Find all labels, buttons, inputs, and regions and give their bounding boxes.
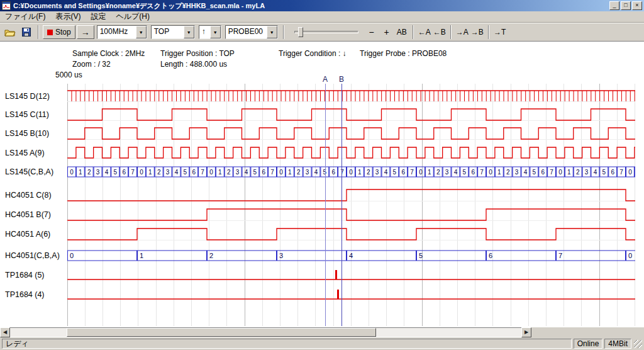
svg-text:3: 3 [166,169,170,176]
svg-text:5: 5 [253,169,257,176]
open-button[interactable] [3,25,18,40]
menu-settings[interactable]: 設定 [86,11,111,23]
svg-text:0: 0 [140,169,143,176]
titlebar: C:¥Documents and Settings¥noname¥デスクトップ¥… [0,0,644,11]
ab-cursor-button[interactable]: AB [395,25,409,40]
svg-text:4: 4 [175,169,179,176]
status-memory: 4MBit [604,339,631,349]
scroll-left-icon[interactable]: ◀ [0,327,10,337]
svg-text:2: 2 [297,169,301,176]
cursor-label-b[interactable]: B [338,75,345,84]
channel-label[interactable]: HC4051(C,B,A) [5,251,60,260]
svg-text:1: 1 [358,169,362,176]
channel-label[interactable]: HC4051 C(8) [5,191,52,200]
run-button[interactable]: → [77,25,94,39]
open-folder-icon [4,28,16,37]
svg-text:2: 2 [436,169,440,176]
channel-label[interactable]: TP1684 (4) [5,290,45,299]
svg-text:6: 6 [541,169,545,176]
svg-text:7: 7 [270,169,274,176]
channel-label[interactable]: LS145 A(9) [5,149,45,157]
chevron-down-icon[interactable]: ▼ [267,26,277,38]
svg-text:4: 4 [384,169,388,176]
svg-text:5: 5 [533,169,536,176]
goto-cursor-a-back-button[interactable]: ←A [418,25,431,40]
svg-text:6: 6 [489,252,492,259]
goto-cursor-b-back-button[interactable]: ←B [433,25,447,40]
cursor-label-a[interactable]: A [322,75,328,84]
channel-label[interactable]: LS145 D(12) [5,92,50,101]
maximize-button[interactable]: □ [621,1,631,10]
svg-text:2: 2 [87,169,91,176]
svg-text:1: 1 [148,169,152,176]
status-online: Online [574,339,603,349]
menu-help[interactable]: ヘルプ(H) [111,11,155,23]
svg-text:4: 4 [454,169,458,176]
trigger-position-value: TOP [152,26,184,38]
stop-icon [47,30,53,35]
waveform-panel: Sample Clock : 2MHz Trigger Position : T… [0,42,644,327]
run-arrow-icon: → [81,27,90,37]
trigger-probe-select[interactable]: PROBE00 ▼ [225,25,278,39]
svg-text:1: 1 [428,169,431,176]
channel-label[interactable]: HC4051 B(7) [5,210,51,219]
svg-text:6: 6 [331,169,335,176]
svg-text:3: 3 [375,169,379,176]
waveform-plot[interactable]: 0123456701234567012345670123456701234567… [67,84,635,326]
svg-text:5: 5 [463,169,467,176]
chevron-down-icon[interactable]: ▼ [210,26,221,38]
menu-file[interactable]: ファイル(F) [0,11,50,23]
svg-text:3: 3 [96,169,100,176]
svg-text:5: 5 [419,252,423,259]
goto-trigger-button[interactable]: →T [493,25,507,40]
svg-text:2: 2 [227,169,231,176]
svg-text:2: 2 [209,252,213,259]
channel-label[interactable]: HC4051 A(6) [5,230,50,239]
zoom-in-button[interactable]: + [380,25,394,40]
svg-text:3: 3 [279,252,283,259]
toolbar-separator [450,25,452,39]
horizontal-scrollbar[interactable]: ◀ ▶ [0,327,531,337]
zoom-slider-track [294,31,358,33]
chevron-down-icon[interactable]: ▼ [184,26,194,38]
menu-view[interactable]: 表示(V) [50,11,86,23]
channel-label[interactable]: LS145 B(10) [5,129,49,138]
scroll-track[interactable] [10,327,521,337]
chevron-down-icon[interactable]: ▼ [136,26,147,38]
svg-text:4: 4 [594,169,597,176]
stop-button[interactable]: Stop [43,25,75,39]
svg-text:0: 0 [628,252,632,259]
zoom-slider[interactable] [291,25,361,40]
svg-text:6: 6 [401,169,405,176]
resize-grip[interactable] [634,340,642,348]
app-icon [2,1,11,10]
sample-clock-value: 100MHz [97,26,136,38]
toolbar-separator [283,25,284,39]
trigger-probe-value: PROBE00 [226,26,267,38]
sample-clock-select[interactable]: 100MHz ▼ [97,25,147,39]
channel-label[interactable]: LS145(C,B,A) [5,167,53,176]
zoom-out-button[interactable]: − [365,25,379,40]
svg-text:0: 0 [279,169,283,176]
svg-text:7: 7 [131,169,135,176]
save-button[interactable] [19,25,34,40]
svg-text:5: 5 [114,169,118,176]
sample-clock-info: Sample Clock : 2MHz [72,49,145,58]
channel-label[interactable]: LS145 C(11) [5,110,49,119]
close-button[interactable]: × [632,1,642,10]
channel-label[interactable]: TP1684 (5) [5,271,45,279]
svg-text:1: 1 [288,169,292,176]
goto-cursor-a-fwd-button[interactable]: →A [455,25,469,40]
minimize-button[interactable]: _ [609,1,619,10]
zoom-slider-thumb[interactable] [298,27,303,37]
goto-cursor-b-fwd-button[interactable]: →B [470,25,484,40]
scroll-thumb[interactable] [67,328,376,337]
trigger-edge-select[interactable]: ↑ ▼ [199,25,221,39]
toolbar: Stop → 100MHz ▼ TOP ▼ ↑ ▼ PROBE00 ▼ − + … [0,23,644,42]
toolbar-separator [413,25,414,39]
scroll-right-icon[interactable]: ▶ [521,327,531,337]
svg-text:0: 0 [70,169,74,176]
trigger-position-select[interactable]: TOP ▼ [151,25,195,39]
svg-text:0: 0 [419,169,423,176]
svg-text:1: 1 [497,169,501,176]
